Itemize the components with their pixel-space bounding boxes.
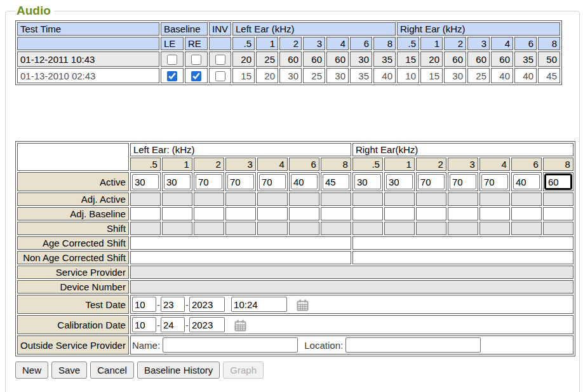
row-label-shift: Shift <box>17 222 129 235</box>
active-input-re-6[interactable] <box>513 174 540 189</box>
adj-baseline-cell <box>352 207 383 220</box>
adj-active-cell <box>225 193 256 206</box>
date-separator: - <box>157 320 160 330</box>
active-input-le-3[interactable] <box>227 174 254 189</box>
test-date-year-input[interactable] <box>189 297 225 312</box>
threshold-value: 15 <box>232 68 255 83</box>
location-label: Location: <box>304 340 343 351</box>
corner-cell <box>17 143 129 171</box>
audiogram-entry-table: Left Ear: (kHz) Right Ear(kHz) .5 1 2 3 … <box>15 141 575 356</box>
freq-header: 2 <box>444 37 466 50</box>
age-corrected-shift-left-cell <box>130 236 351 250</box>
row-label-calibration-date: Calibration Date <box>17 315 129 334</box>
col-header-blank <box>17 37 159 50</box>
adj-active-cell <box>289 193 319 206</box>
non-age-corrected-shift-left-cell <box>130 251 351 264</box>
adj-active-cell <box>416 193 446 206</box>
graph-button: Graph <box>223 362 264 379</box>
freq-header: 3 <box>467 37 490 50</box>
freq-header: 2 <box>279 37 302 50</box>
test-time-input[interactable] <box>231 297 287 312</box>
active-input-re-3[interactable] <box>450 174 476 189</box>
calendar-icon[interactable] <box>234 319 247 332</box>
calibration-date-month-input[interactable] <box>132 317 156 332</box>
adj-baseline-cell <box>257 207 288 220</box>
active-input-re-2[interactable] <box>418 174 445 189</box>
col-header-left-ear: Left Ear (kHz) <box>232 22 396 36</box>
left-ear-header: Left Ear: (kHz) <box>130 143 351 156</box>
freq-header: 4 <box>326 37 349 50</box>
shift-cell <box>479 222 510 235</box>
threshold-value: 40 <box>491 68 513 83</box>
baseline-re-checkbox[interactable] <box>191 55 201 65</box>
freq-header: .5 <box>232 37 255 50</box>
calibration-date-year-input[interactable] <box>189 317 225 332</box>
row-label-device-number: Device Number <box>17 280 129 294</box>
non-age-corrected-shift-right-cell <box>352 251 573 264</box>
calendar-icon[interactable] <box>296 299 309 312</box>
adj-active-cell <box>352 193 383 206</box>
adj-active-cell <box>162 193 192 206</box>
freq-header: 3 <box>303 37 325 50</box>
freq-header: 6 <box>289 158 319 171</box>
history-row: 01-13-2010 02:43 15 20 30 25 30 35 40 10… <box>17 68 560 83</box>
outside-service-provider-cell: Name: Location: <box>130 335 573 355</box>
test-date-month-input[interactable] <box>132 297 156 312</box>
active-input-le-2[interactable] <box>196 174 222 189</box>
freq-header: 8 <box>321 158 351 171</box>
outside-provider-location-input[interactable] <box>345 337 481 353</box>
adj-active-cell <box>257 193 288 206</box>
freq-header: .5 <box>352 158 383 171</box>
adj-active-cell <box>384 193 415 206</box>
baseline-le-checkbox[interactable] <box>167 71 177 81</box>
active-input-re-8[interactable] <box>545 174 572 189</box>
cancel-button[interactable]: Cancel <box>90 362 134 379</box>
calibration-date-day-input[interactable] <box>161 317 185 332</box>
inv-checkbox[interactable] <box>215 55 225 65</box>
save-button[interactable]: Save <box>51 362 87 379</box>
col-header-inv: INV <box>209 22 231 36</box>
baseline-history-button[interactable]: Baseline History <box>137 362 220 379</box>
service-provider-cell <box>130 266 573 279</box>
col-header-test-time: Test Time <box>17 22 159 36</box>
active-input-le-4[interactable] <box>259 174 286 189</box>
test-time-value: 01-12-2011 10:43 <box>17 51 159 67</box>
active-input-re-4[interactable] <box>481 174 508 189</box>
threshold-value: 25 <box>303 68 325 83</box>
device-number-cell <box>130 280 573 294</box>
shift-cell <box>352 222 383 235</box>
history-row: 01-12-2011 10:43 20 25 60 60 60 30 35 15… <box>17 51 560 67</box>
active-input-le-6[interactable] <box>291 174 318 189</box>
active-input-re-1[interactable] <box>386 174 413 189</box>
shift-cell <box>543 222 573 235</box>
threshold-value: 60 <box>326 51 349 67</box>
date-separator: - <box>185 299 189 310</box>
threshold-value: 30 <box>279 68 302 83</box>
row-label-outside-service-provider: Outside Service Provider <box>17 335 129 355</box>
threshold-value: 40 <box>514 68 537 83</box>
threshold-value: 60 <box>444 51 466 67</box>
adj-baseline-cell <box>448 207 478 220</box>
baseline-re-checkbox[interactable] <box>191 71 201 81</box>
active-input-le-1[interactable] <box>164 174 191 189</box>
shift-cell <box>511 222 542 235</box>
adj-baseline-cell <box>511 207 542 220</box>
outside-provider-name-input[interactable] <box>163 337 298 353</box>
new-button[interactable]: New <box>15 362 48 379</box>
active-input-le-05[interactable] <box>132 174 159 189</box>
baseline-le-checkbox[interactable] <box>167 55 177 65</box>
freq-header: 2 <box>194 158 224 171</box>
adj-baseline-cell <box>130 207 161 220</box>
date-separator: - <box>157 299 160 310</box>
active-input-le-8[interactable] <box>323 174 349 189</box>
test-date-day-input[interactable] <box>161 297 185 312</box>
col-header-right-ear: Right Ear (kHz) <box>397 22 560 36</box>
freq-header: 2 <box>416 158 446 171</box>
threshold-value: 30 <box>350 51 372 67</box>
freq-header: 6 <box>511 158 542 171</box>
inv-checkbox[interactable] <box>215 71 225 81</box>
freq-header: 8 <box>538 37 560 50</box>
threshold-value: 10 <box>397 68 419 83</box>
active-input-re-05[interactable] <box>354 174 381 189</box>
threshold-value: 20 <box>256 68 278 83</box>
